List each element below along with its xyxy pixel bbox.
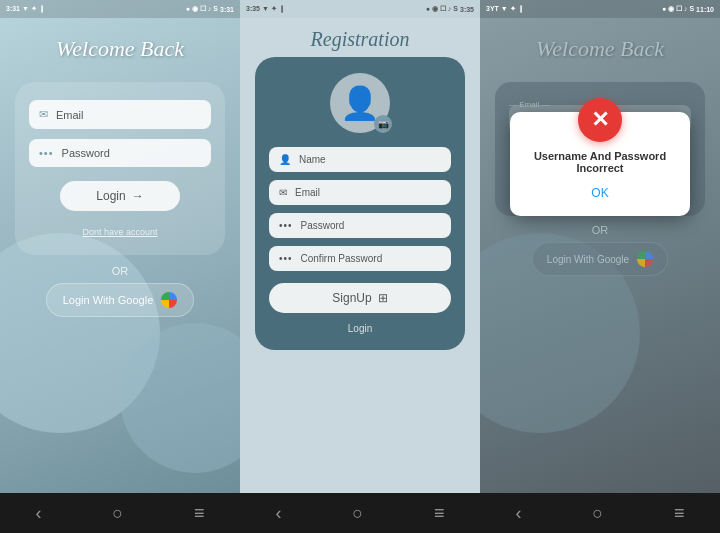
reg-password-icon: ••• [279, 220, 293, 231]
google-login-button[interactable]: Login With Google [46, 283, 195, 317]
error-x-icon: ✕ [578, 98, 622, 142]
name-label: Name [299, 154, 326, 165]
name-field[interactable]: 👤 Name [269, 147, 451, 172]
registration-card: 👤 📷 👤 Name ✉ Email ••• Password ••• Conf… [255, 57, 465, 350]
status-bar-3: 3YT ▼ ✦ ❙ ● ◉ ☐ ♪ S 11:10 [480, 0, 720, 18]
screen3-google-icon [637, 251, 653, 267]
password-label: Password [62, 147, 110, 159]
nav-section-2: ‹ ○ ≡ [240, 503, 480, 524]
menu-button-2[interactable]: ≡ [434, 503, 445, 524]
login-button[interactable]: Login → [60, 181, 180, 211]
reg-email-field[interactable]: ✉ Email [269, 180, 451, 205]
signup-icon: ⊞ [378, 291, 388, 305]
password-icon: ••• [39, 147, 54, 159]
screen1-title: Welcome Back [56, 36, 184, 62]
person-icon: 👤 [340, 84, 380, 122]
reg-email-label: Email [295, 187, 320, 198]
confirm-password-icon: ••• [279, 253, 293, 264]
dont-have-account-link[interactable]: Dont have account [29, 227, 211, 237]
screen3-google-text: Login With Google [547, 254, 629, 265]
home-button-3[interactable]: ○ [592, 503, 603, 524]
status-icons-2: ● ◉ ☐ ♪ S 3:35 [426, 5, 474, 13]
confirm-password-field[interactable]: ••• Confirm Password [269, 246, 451, 271]
avatar-container: 👤 📷 [269, 73, 451, 133]
home-button-2[interactable]: ○ [352, 503, 363, 524]
avatar[interactable]: 👤 📷 [330, 73, 390, 133]
bottom-navigation: ‹ ○ ≡ ‹ ○ ≡ ‹ ○ ≡ [0, 493, 720, 533]
back-button-3[interactable]: ‹ [515, 503, 521, 524]
error-message: Username And Password Incorrect [526, 150, 674, 174]
email-icon: ✉ [39, 108, 48, 121]
confirm-password-label: Confirm Password [301, 253, 383, 264]
camera-icon[interactable]: 📷 [374, 115, 392, 133]
status-bar-2: 3:35 ▼ ✦ ❙ ● ◉ ☐ ♪ S 3:35 [240, 0, 480, 18]
login-card: ✉ Email ••• Password Login → Dont have a… [15, 82, 225, 255]
menu-button-1[interactable]: ≡ [194, 503, 205, 524]
arrow-icon: → [132, 189, 144, 203]
reg-email-icon: ✉ [279, 187, 287, 198]
person-input-icon: 👤 [279, 154, 291, 165]
reg-password-label: Password [301, 220, 345, 231]
screen-login: 3:31 ▼ ✦ ❙ ● ◉ ☐ ♪ S 3:31 Welcome Back ✉… [0, 0, 240, 493]
home-button-1[interactable]: ○ [112, 503, 123, 524]
back-button-1[interactable]: ‹ [35, 503, 41, 524]
email-field[interactable]: ✉ Email [29, 100, 211, 129]
status-icons-1: ● ◉ ☐ ♪ S 3:31 [186, 5, 234, 13]
nav-section-3: ‹ ○ ≡ [480, 503, 720, 524]
password-field[interactable]: ••• Password [29, 139, 211, 167]
google-text: Login With Google [63, 294, 154, 306]
screen3-google-button[interactable]: Login With Google [532, 242, 668, 276]
email-label: Email [56, 109, 84, 121]
back-button-2[interactable]: ‹ [275, 503, 281, 524]
ok-button[interactable]: OK [591, 186, 608, 200]
or-text-1: OR [112, 265, 129, 277]
login-link[interactable]: Login [269, 323, 451, 334]
status-left-1: 3:31 ▼ ✦ ❙ [6, 5, 45, 13]
screen-error: 3YT ▼ ✦ ❙ ● ◉ ☐ ♪ S 11:10 Welcome Back ✕… [480, 0, 720, 493]
status-bar-1: 3:31 ▼ ✦ ❙ ● ◉ ☐ ♪ S 3:31 [0, 0, 240, 18]
screen3-or-text: OR [592, 224, 609, 236]
reg-password-field[interactable]: ••• Password [269, 213, 451, 238]
screen3-login-card: ✕ Username And Password Incorrect OK — E… [495, 82, 705, 216]
screen-registration: 3:35 ▼ ✦ ❙ ● ◉ ☐ ♪ S 3:35 Registration 👤… [240, 0, 480, 493]
google-icon [161, 292, 177, 308]
menu-button-3[interactable]: ≡ [674, 503, 685, 524]
screen3-title: Welcome Back [536, 36, 664, 62]
error-dialog: ✕ Username And Password Incorrect OK [510, 112, 690, 216]
nav-section-1: ‹ ○ ≡ [0, 503, 240, 524]
signup-button[interactable]: SignUp ⊞ [269, 283, 451, 313]
status-icons-3: ● ◉ ☐ ♪ S 11:10 [662, 5, 714, 13]
registration-title: Registration [311, 28, 410, 51]
